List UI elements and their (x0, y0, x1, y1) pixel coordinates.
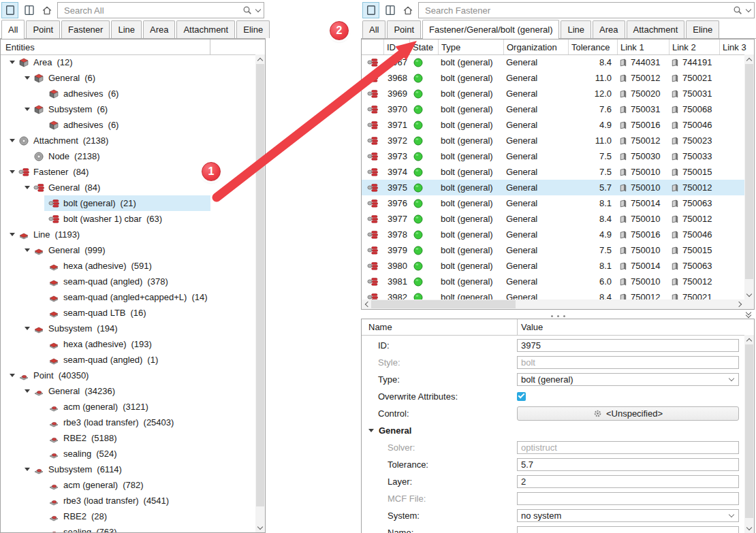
column-header-link-2[interactable]: Link 2 (669, 39, 719, 54)
table-row[interactable]: 3978bolt (general)General4.9750016750046 (362, 227, 744, 242)
system-select[interactable]: no system (517, 509, 739, 522)
name-input[interactable] (517, 526, 739, 533)
expander-icon[interactable] (21, 76, 33, 80)
scroll-thumb[interactable] (745, 344, 753, 518)
table-row[interactable]: 3972bolt (general)General11.075001275002… (362, 133, 744, 148)
collapse-chevrons-icon[interactable] (746, 310, 751, 317)
tree-item-bolt-general-21[interactable]: bolt (general)(21) (1, 195, 255, 211)
tree-item-point-40350[interactable]: Point(40350) (1, 368, 255, 383)
tab-eline[interactable]: Eline (236, 20, 270, 38)
tree-item-general-999[interactable]: General(999) (1, 242, 255, 258)
id-input[interactable] (517, 339, 739, 352)
table-row[interactable]: 3977bolt (general)General8.4750010750012 (362, 211, 744, 227)
scroll-thumb[interactable] (256, 64, 264, 506)
table-row[interactable]: 3969bolt (general)General12.075002075003… (362, 86, 744, 101)
table-row[interactable]: 3976bolt (general)General8.1750014750063 (362, 195, 744, 211)
table-row[interactable]: 3968bolt (general)General11.075001275002… (362, 70, 744, 86)
tree-item-acm-general-3121[interactable]: acm (general)(3121) (1, 399, 255, 415)
split-pane-icon[interactable] (22, 2, 37, 18)
expander-icon[interactable] (6, 233, 18, 236)
table-row[interactable]: 3970bolt (general)General7.6750031750068 (362, 101, 744, 117)
column-header-link-1[interactable]: Link 1 (617, 39, 669, 54)
tree-item-subsystem-194[interactable]: Subsystem(194) (1, 321, 255, 336)
tab-attachment[interactable]: Attachment (627, 20, 685, 38)
tree-item-hexa-adhesive-193[interactable]: hexa (adhesive)(193) (1, 336, 255, 352)
column-header-link-3[interactable]: Link 3 (719, 39, 754, 54)
table-hscrollbar[interactable] (362, 300, 744, 309)
splitter-handle-icon[interactable] (549, 309, 567, 319)
scroll-left-icon[interactable] (362, 300, 371, 309)
section-general[interactable]: General (362, 422, 744, 439)
tree-item-rbe3-load-transfer-4541[interactable]: rbe3 (load transfer)(4541) (1, 493, 255, 508)
column-header-icon[interactable] (362, 39, 383, 54)
tolerance-input[interactable] (517, 458, 739, 471)
column-header-type[interactable]: Type (438, 39, 503, 54)
single-pane-icon[interactable] (362, 2, 379, 18)
tree-scrollbar[interactable] (255, 54, 265, 532)
tree-item-seam-quad-angled-capped-l-14[interactable]: seam-quad (angled+capped+L)(14) (1, 289, 255, 305)
table-row[interactable]: 3981bolt (general)General6.0750010750012 (362, 274, 744, 289)
search-input[interactable] (63, 5, 242, 16)
tree-item-seam-quad-ltb-16[interactable]: seam-quad LTB(16) (1, 305, 255, 321)
tree-item-rbe3-load-transfer-25403[interactable]: rbe3 (load transfer)(25403) (1, 415, 255, 430)
tree-item-line-1193[interactable]: Line(1193) (1, 227, 255, 242)
tree-item-general-34236[interactable]: General(34236) (1, 383, 255, 399)
style-input[interactable] (517, 356, 739, 369)
scroll-up-icon[interactable] (744, 335, 754, 344)
scroll-up-icon[interactable] (744, 54, 754, 64)
tree-item-node-2138[interactable]: Node(2138) (1, 148, 255, 164)
tree-item-sealing-763[interactable]: sealing(763) (1, 524, 255, 532)
column-header-organization[interactable]: Organization (503, 39, 568, 54)
tree-item-sealing-524[interactable]: sealing(524) (1, 446, 255, 462)
tab-point[interactable]: Point (26, 20, 60, 38)
table-row[interactable]: 3974bolt (general)General7.5750010750015 (362, 164, 744, 180)
home-icon[interactable] (40, 3, 54, 18)
tree-item-adhesives-6[interactable]: adhesives(6) (1, 86, 255, 101)
tab-area[interactable]: Area (593, 20, 625, 38)
search-icon[interactable] (242, 5, 252, 15)
mcf-file-input[interactable] (517, 492, 739, 505)
tree-item-subsystem-6114[interactable]: Subsystem(6114) (1, 462, 255, 477)
scroll-thumb[interactable] (371, 300, 516, 308)
tab-all[interactable]: All (362, 20, 385, 38)
tab-eline[interactable]: Eline (686, 20, 719, 38)
search-icon[interactable] (733, 5, 742, 15)
column-header-tolerance[interactable]: Tolerance (568, 39, 617, 54)
tab-all[interactable]: All (1, 20, 25, 39)
tree-item-area-12[interactable]: Area(12) (1, 54, 255, 70)
tab-line[interactable]: Line (111, 20, 142, 38)
control-button[interactable]: <Unspecified> (517, 406, 739, 421)
tree-item-general-6[interactable]: General(6) (1, 70, 255, 86)
table-row[interactable]: 3975bolt (general)General5.7750010750012 (362, 180, 744, 195)
panel-splitter[interactable] (361, 310, 755, 319)
tab-area[interactable]: Area (143, 20, 175, 38)
tree-item-seam-quad-angled-378[interactable]: seam-quad (angled)(378) (1, 274, 255, 289)
scroll-down-icon[interactable] (744, 290, 754, 300)
home-icon[interactable] (401, 3, 415, 18)
solver-input[interactable] (517, 441, 739, 454)
tree-item-attachment-2138[interactable]: Attachment(2138) (1, 133, 255, 148)
type-select[interactable]: bolt (general) (517, 373, 739, 386)
single-pane-icon[interactable] (1, 2, 18, 18)
search-input[interactable] (424, 5, 733, 16)
expander-icon[interactable] (21, 389, 33, 393)
tree-item-bolt-washer-1-cbar-63[interactable]: bolt (washer 1) cbar(63) (1, 211, 255, 227)
expander-icon[interactable] (21, 248, 33, 252)
split-pane-icon[interactable] (383, 2, 398, 18)
tree-item-general-84[interactable]: General(84) (1, 180, 255, 195)
search-options-chevron-icon[interactable] (746, 6, 751, 12)
tree-item-adhesives-6[interactable]: adhesives(6) (1, 117, 255, 133)
tree-item-hexa-adhesive-591[interactable]: hexa (adhesive)(591) (1, 258, 255, 274)
expander-icon[interactable] (21, 327, 33, 330)
tab-fastener-general-bolt-general[interactable]: Fastener/General/bolt (general) (422, 20, 559, 39)
table-row[interactable]: 3967bolt (general)General8.4744031744191 (362, 54, 744, 70)
section-collapse-icon[interactable] (368, 429, 374, 432)
expander-icon[interactable] (6, 61, 18, 64)
expander-icon[interactable] (21, 108, 33, 111)
expander-icon[interactable] (21, 186, 33, 189)
scroll-up-icon[interactable] (255, 54, 265, 64)
property-scrollbar[interactable] (744, 335, 754, 533)
expander-icon[interactable] (6, 374, 18, 377)
tree-item-seam-quad-angled-1[interactable]: seam-quad (angled)(1) (1, 352, 255, 368)
column-header-state[interactable]: State (409, 39, 438, 54)
